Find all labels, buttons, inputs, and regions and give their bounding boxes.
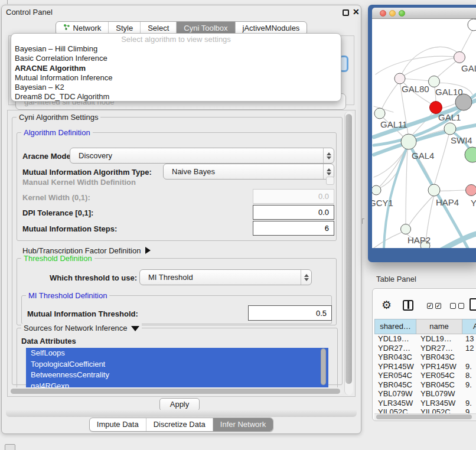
table-cell: YER054C [374, 371, 416, 380]
kernel-width-field[interactable] [253, 189, 334, 204]
table-cell: YDR27… [416, 344, 462, 353]
vertical-scrollbar-thumb[interactable] [345, 114, 352, 384]
expanded-arrow-icon [131, 326, 139, 331]
network-node[interactable] [428, 184, 440, 196]
table-cell: YBR043C [416, 353, 462, 362]
node-label-hap2: HAP2 [407, 235, 431, 245]
new-table-icon[interactable] [470, 298, 476, 311]
combo-stepper-icon [301, 270, 311, 285]
table-cell: YPR145W [416, 362, 462, 371]
control-panel-titlebar[interactable] [1, 5, 361, 19]
control-panel-title: Control Panel [6, 8, 53, 17]
table-row[interactable]: YIL052CYIL052C9 [374, 407, 476, 413]
node-label-y: Y [471, 198, 476, 208]
which-threshold-label: Which threshold to use: [50, 273, 137, 282]
network-node[interactable] [429, 76, 440, 87]
mi-steps-field[interactable] [253, 221, 334, 236]
table-row[interactable]: YLR345WYLR345W9. [374, 399, 476, 408]
network-node[interactable] [466, 185, 476, 196]
close-traffic-light-icon[interactable] [380, 10, 386, 17]
table-row[interactable]: YBR045CYBR045C9. [374, 380, 476, 390]
network-node[interactable] [395, 73, 405, 84]
table-cell: YIL052C [416, 407, 462, 413]
dpi-tolerance-field[interactable] [253, 205, 334, 220]
node-label-hap4: HAP4 [436, 197, 459, 207]
table-cell: YBL079W [374, 389, 416, 399]
gear-icon[interactable]: ⚙ [382, 298, 392, 312]
zoom-traffic-light-icon[interactable] [399, 10, 405, 17]
tab-label: Cyni Toolbox [184, 24, 227, 32]
checked-box-icon: ✓ [427, 303, 433, 309]
network-window-titlebar[interactable] [372, 8, 476, 19]
network-edge [409, 195, 434, 226]
tab-label: Style [116, 24, 133, 32]
column-header-name[interactable]: name [416, 319, 462, 334]
algorithm-option[interactable]: Basic Correlation Inference [11, 54, 341, 63]
attribute-item[interactable]: SelfLoops [26, 348, 328, 359]
table-cell [462, 389, 476, 399]
close-icon[interactable]: ✕ [353, 7, 360, 17]
table-row[interactable]: YBL079WYBL079W [374, 389, 476, 399]
sources-group-toggle[interactable]: Sources for Network Inference [21, 324, 142, 332]
algorithm-popup-placeholder: Select algorithm to view settings [11, 34, 341, 44]
table-cell: YBR045C [374, 380, 416, 390]
network-node[interactable] [374, 108, 385, 119]
table-row[interactable]: YBR043CYBR043C [374, 353, 476, 362]
network-edge [374, 231, 403, 248]
tab-discretize-data[interactable]: Discretize Data [146, 418, 213, 431]
float-window-icon[interactable] [343, 9, 349, 16]
table-cell [462, 353, 476, 362]
column-header-shared…[interactable]: shared… [374, 319, 416, 334]
network-edge [406, 148, 407, 224]
minimize-traffic-light-icon[interactable] [389, 10, 396, 17]
column-header-A[interactable]: A [462, 319, 476, 334]
table-row[interactable]: YER054CYER054C8. [374, 371, 476, 380]
network-node[interactable] [468, 19, 476, 31]
data-attributes-list[interactable]: SelfLoopsTopologicalCoefficientBetweenne… [26, 348, 328, 392]
table-cell: 12 [462, 344, 476, 353]
table-row[interactable]: YDL19…YDL19…13 [374, 334, 476, 344]
table-cell: YIL052C [374, 407, 416, 413]
algorithm-option[interactable]: Bayesian – Hill Climbing [11, 44, 341, 54]
table-row[interactable]: YPR145WYPR145W9. [374, 362, 476, 371]
network-node[interactable] [401, 224, 411, 234]
table-cell: YDR27… [374, 344, 416, 353]
network-node[interactable] [372, 185, 381, 195]
tab-infer-network[interactable]: Infer Network [213, 418, 273, 431]
which-threshold-combo[interactable]: MI Threshold [139, 269, 312, 285]
minimized-panel-icon[interactable] [5, 444, 15, 450]
horizontal-scrollbar-thumb[interactable] [11, 389, 340, 394]
attribute-list-scrollbar[interactable] [321, 348, 326, 385]
unchecked-box-icon [458, 303, 464, 309]
network-canvas[interactable]: GALGAL80GAL10GAL1GAL11SWI4GAL4GCY1HAP4YH… [372, 19, 476, 248]
checked-box-icon: ✓ [435, 303, 441, 309]
attribute-item[interactable]: BetweennessCentrality [26, 370, 328, 381]
network-node[interactable] [454, 52, 465, 63]
algorithm-option[interactable]: Mutual Information Inference [11, 73, 341, 83]
splitter-handle[interactable] [362, 219, 364, 224]
algorithm-option[interactable]: Bayesian – K2 [11, 83, 341, 92]
tab-impute-data[interactable]: Impute Data [90, 418, 146, 431]
node-label-gal4: GAL4 [412, 151, 434, 161]
network-node[interactable] [401, 134, 416, 149]
mi-type-combo[interactable]: Naive Bayes [163, 164, 334, 180]
mi-threshold-field[interactable] [248, 305, 332, 321]
cyni-bottom-tabs: Impute DataDiscretize DataInfer Network [1, 418, 361, 432]
network-edge [376, 56, 459, 74]
table-cell: YPR145W [374, 362, 416, 371]
split-view-icon[interactable] [403, 300, 413, 311]
aracne-mode-combo[interactable]: Discovery [70, 148, 334, 164]
network-node[interactable] [465, 147, 476, 162]
network-node[interactable] [444, 123, 456, 135]
algorithm-option[interactable]: ARACNE Algorithm [11, 64, 341, 73]
table-hscrollbar-thumb[interactable] [376, 415, 472, 419]
table-row[interactable]: YDR27…YDR27…12 [374, 344, 476, 353]
algorithm-option[interactable]: Dream8 DC_TDC Algorithm [11, 92, 341, 102]
deselect-all-columns-icon[interactable] [450, 303, 464, 309]
select-all-columns-icon[interactable]: ✓ ✓ [427, 303, 441, 309]
apply-button[interactable]: Apply [159, 398, 200, 411]
panel-bottom-strip [6, 410, 357, 417]
attribute-item[interactable]: TopologicalCoefficient [26, 359, 328, 370]
manual-kernel-checkbox[interactable] [326, 177, 334, 185]
table-header-row: shared…nameA [374, 319, 476, 334]
